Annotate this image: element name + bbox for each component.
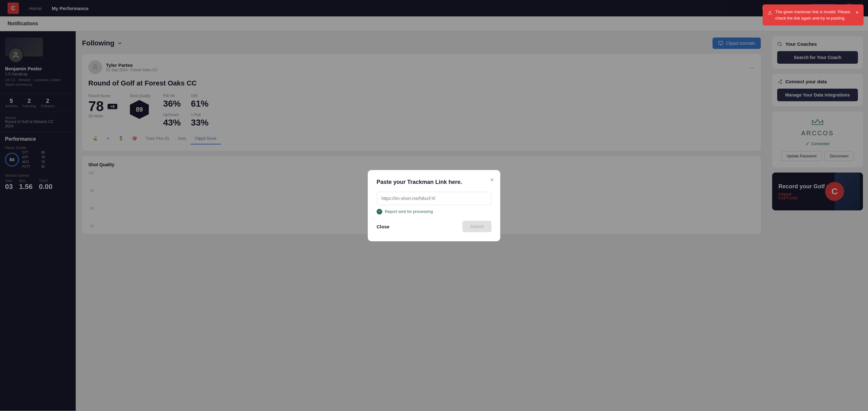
- modal-close-x-button[interactable]: ×: [490, 176, 494, 184]
- toast-close-button[interactable]: ×: [856, 9, 859, 17]
- modal-success-message: ✓ Report sent for processing: [377, 209, 491, 215]
- modal-success-icon: ✓: [377, 209, 382, 215]
- modal-overlay[interactable]: Paste your Trackman Link here. × ✓ Repor…: [0, 0, 868, 411]
- modal-actions: Close Submit: [377, 221, 491, 232]
- error-toast: ⚠ The given trackman link is invalid. Pl…: [763, 4, 864, 26]
- trackman-modal: Paste your Trackman Link here. × ✓ Repor…: [368, 170, 500, 241]
- trackman-link-input[interactable]: [377, 192, 491, 205]
- modal-submit-button[interactable]: Submit: [462, 221, 491, 232]
- modal-title: Paste your Trackman Link here.: [377, 179, 491, 186]
- toast-warning-icon: ⚠: [768, 9, 772, 17]
- modal-close-button[interactable]: Close: [377, 221, 390, 232]
